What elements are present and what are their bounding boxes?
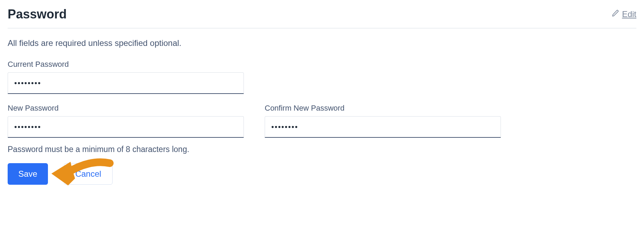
confirm-password-label: Confirm New Password (265, 104, 501, 113)
edit-link[interactable]: Edit (612, 9, 636, 19)
confirm-password-group: Confirm New Password (265, 104, 501, 138)
current-password-label: Current Password (8, 60, 244, 69)
new-password-helper: Password must be a minimum of 8 characte… (8, 145, 636, 154)
current-password-group: Current Password (8, 60, 244, 94)
current-password-input[interactable] (8, 72, 244, 94)
edit-link-label: Edit (622, 9, 636, 19)
pencil-icon (612, 9, 619, 19)
section-title: Password (8, 7, 67, 22)
new-password-label: New Password (8, 104, 244, 113)
section-header: Password Edit (8, 7, 636, 29)
form-instruction: All fields are required unless specified… (8, 38, 636, 48)
save-button[interactable]: Save (8, 163, 48, 185)
action-row: Save Cancel (8, 163, 636, 185)
confirm-password-input[interactable] (265, 116, 501, 138)
new-password-input[interactable] (8, 116, 244, 138)
new-password-group: New Password (8, 104, 244, 138)
cancel-button[interactable]: Cancel (64, 163, 113, 185)
